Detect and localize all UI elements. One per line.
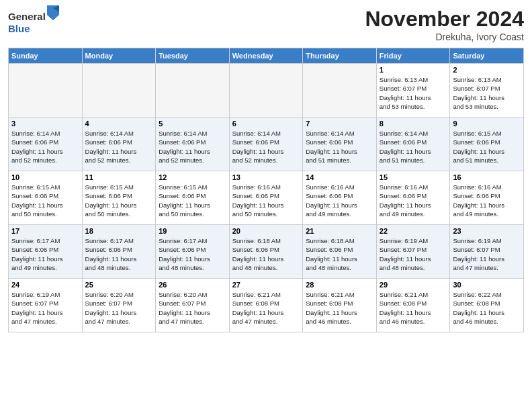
day-info: Sunrise: 6:15 AM Sunset: 6:06 PM Dayligh… bbox=[85, 183, 153, 218]
col-sunday: Sunday bbox=[9, 48, 83, 64]
calendar-day-cell: 5Sunrise: 6:14 AM Sunset: 6:06 PM Daylig… bbox=[156, 118, 230, 171]
day-number: 10 bbox=[11, 173, 79, 181]
col-thursday: Thursday bbox=[303, 48, 377, 64]
day-number: 27 bbox=[232, 281, 300, 289]
day-info: Sunrise: 6:14 AM Sunset: 6:06 PM Dayligh… bbox=[85, 129, 153, 165]
calendar-day-cell: 8Sunrise: 6:14 AM Sunset: 6:06 PM Daylig… bbox=[376, 118, 450, 171]
day-number: 4 bbox=[85, 120, 153, 128]
day-number: 23 bbox=[453, 227, 521, 235]
day-info: Sunrise: 6:14 AM Sunset: 6:06 PM Dayligh… bbox=[232, 129, 300, 165]
page-container: General Blue November 2024 Drekuha, Ivor… bbox=[0, 0, 532, 336]
day-number: 15 bbox=[380, 173, 447, 181]
header: General Blue November 2024 Drekuha, Ivor… bbox=[8, 7, 524, 42]
day-info: Sunrise: 6:14 AM Sunset: 6:06 PM Dayligh… bbox=[11, 129, 79, 165]
col-monday: Monday bbox=[82, 48, 156, 64]
logo-blue: Blue bbox=[8, 23, 30, 34]
day-info: Sunrise: 6:15 AM Sunset: 6:06 PM Dayligh… bbox=[11, 183, 79, 218]
day-number: 5 bbox=[159, 120, 226, 128]
calendar-day-cell bbox=[303, 64, 377, 118]
day-info: Sunrise: 6:19 AM Sunset: 6:07 PM Dayligh… bbox=[453, 236, 521, 272]
logo: General Blue bbox=[8, 7, 59, 35]
calendar-day-cell bbox=[156, 64, 230, 118]
day-number: 20 bbox=[232, 227, 300, 235]
day-info: Sunrise: 6:20 AM Sunset: 6:07 PM Dayligh… bbox=[159, 290, 226, 326]
day-info: Sunrise: 6:15 AM Sunset: 6:06 PM Dayligh… bbox=[453, 129, 521, 165]
calendar-day-cell: 24Sunrise: 6:19 AM Sunset: 6:07 PM Dayli… bbox=[9, 279, 83, 332]
day-info: Sunrise: 6:21 AM Sunset: 6:08 PM Dayligh… bbox=[380, 290, 447, 326]
day-info: Sunrise: 6:19 AM Sunset: 6:07 PM Dayligh… bbox=[11, 290, 79, 326]
logo-general: General bbox=[8, 11, 46, 22]
calendar-day-cell: 27Sunrise: 6:21 AM Sunset: 6:08 PM Dayli… bbox=[229, 279, 303, 332]
col-friday: Friday bbox=[376, 48, 450, 64]
calendar-week-row: 24Sunrise: 6:19 AM Sunset: 6:07 PM Dayli… bbox=[9, 279, 524, 332]
col-tuesday: Tuesday bbox=[156, 48, 230, 64]
calendar-day-cell: 23Sunrise: 6:19 AM Sunset: 6:07 PM Dayli… bbox=[450, 225, 524, 279]
calendar-week-row: 17Sunrise: 6:17 AM Sunset: 6:06 PM Dayli… bbox=[9, 225, 524, 279]
calendar-day-cell: 14Sunrise: 6:16 AM Sunset: 6:06 PM Dayli… bbox=[303, 171, 377, 225]
day-number: 21 bbox=[306, 227, 373, 235]
day-number: 2 bbox=[453, 66, 521, 74]
day-number: 22 bbox=[380, 227, 447, 235]
day-number: 11 bbox=[85, 173, 153, 181]
title-area: November 2024 Drekuha, Ivory Coast bbox=[365, 7, 524, 42]
day-number: 8 bbox=[380, 120, 447, 128]
logo-icon bbox=[47, 5, 59, 20]
day-info: Sunrise: 6:14 AM Sunset: 6:06 PM Dayligh… bbox=[306, 129, 373, 165]
day-number: 6 bbox=[232, 120, 300, 128]
day-number: 25 bbox=[85, 281, 153, 289]
day-number: 24 bbox=[11, 281, 79, 289]
calendar-day-cell: 4Sunrise: 6:14 AM Sunset: 6:06 PM Daylig… bbox=[82, 118, 156, 171]
day-info: Sunrise: 6:16 AM Sunset: 6:06 PM Dayligh… bbox=[306, 183, 373, 218]
calendar-day-cell: 7Sunrise: 6:14 AM Sunset: 6:06 PM Daylig… bbox=[303, 118, 377, 171]
day-info: Sunrise: 6:17 AM Sunset: 6:06 PM Dayligh… bbox=[85, 236, 153, 272]
calendar-day-cell: 18Sunrise: 6:17 AM Sunset: 6:06 PM Dayli… bbox=[82, 225, 156, 279]
day-number: 29 bbox=[380, 281, 447, 289]
calendar-day-cell: 9Sunrise: 6:15 AM Sunset: 6:06 PM Daylig… bbox=[450, 118, 524, 171]
day-number: 18 bbox=[85, 227, 153, 235]
calendar-day-cell: 20Sunrise: 6:18 AM Sunset: 6:06 PM Dayli… bbox=[229, 225, 303, 279]
calendar-week-row: 3Sunrise: 6:14 AM Sunset: 6:06 PM Daylig… bbox=[9, 118, 524, 171]
calendar-day-cell: 15Sunrise: 6:16 AM Sunset: 6:06 PM Dayli… bbox=[376, 171, 450, 225]
calendar-day-cell: 19Sunrise: 6:17 AM Sunset: 6:06 PM Dayli… bbox=[156, 225, 230, 279]
day-info: Sunrise: 6:18 AM Sunset: 6:06 PM Dayligh… bbox=[232, 236, 300, 272]
day-info: Sunrise: 6:19 AM Sunset: 6:07 PM Dayligh… bbox=[380, 236, 447, 272]
day-info: Sunrise: 6:16 AM Sunset: 6:06 PM Dayligh… bbox=[380, 183, 447, 218]
day-number: 16 bbox=[453, 173, 521, 181]
calendar-day-cell: 1Sunrise: 6:13 AM Sunset: 6:07 PM Daylig… bbox=[376, 64, 450, 118]
day-info: Sunrise: 6:13 AM Sunset: 6:07 PM Dayligh… bbox=[453, 75, 521, 111]
day-number: 9 bbox=[453, 120, 521, 128]
day-info: Sunrise: 6:18 AM Sunset: 6:06 PM Dayligh… bbox=[306, 236, 373, 272]
calendar-day-cell: 10Sunrise: 6:15 AM Sunset: 6:06 PM Dayli… bbox=[9, 171, 83, 225]
calendar-day-cell: 22Sunrise: 6:19 AM Sunset: 6:07 PM Dayli… bbox=[376, 225, 450, 279]
day-info: Sunrise: 6:17 AM Sunset: 6:06 PM Dayligh… bbox=[11, 236, 79, 272]
calendar-day-cell: 17Sunrise: 6:17 AM Sunset: 6:06 PM Dayli… bbox=[9, 225, 83, 279]
day-number: 14 bbox=[306, 173, 373, 181]
calendar-day-cell bbox=[9, 64, 83, 118]
day-info: Sunrise: 6:17 AM Sunset: 6:06 PM Dayligh… bbox=[159, 236, 226, 272]
calendar-day-cell: 13Sunrise: 6:16 AM Sunset: 6:06 PM Dayli… bbox=[229, 171, 303, 225]
day-number: 28 bbox=[306, 281, 373, 289]
calendar-day-cell: 21Sunrise: 6:18 AM Sunset: 6:06 PM Dayli… bbox=[303, 225, 377, 279]
day-number: 7 bbox=[306, 120, 373, 128]
calendar-header-row: Sunday Monday Tuesday Wednesday Thursday… bbox=[9, 48, 524, 64]
month-title: November 2024 bbox=[365, 7, 524, 32]
day-info: Sunrise: 6:14 AM Sunset: 6:06 PM Dayligh… bbox=[380, 129, 447, 165]
location: Drekuha, Ivory Coast bbox=[365, 32, 524, 42]
day-number: 12 bbox=[159, 173, 226, 181]
day-info: Sunrise: 6:21 AM Sunset: 6:08 PM Dayligh… bbox=[232, 290, 300, 326]
calendar-day-cell bbox=[82, 64, 156, 118]
calendar-day-cell: 3Sunrise: 6:14 AM Sunset: 6:06 PM Daylig… bbox=[9, 118, 83, 171]
calendar-day-cell: 16Sunrise: 6:16 AM Sunset: 6:06 PM Dayli… bbox=[450, 171, 524, 225]
calendar-table: Sunday Monday Tuesday Wednesday Thursday… bbox=[8, 48, 524, 332]
day-info: Sunrise: 6:15 AM Sunset: 6:06 PM Dayligh… bbox=[159, 183, 226, 218]
col-wednesday: Wednesday bbox=[229, 48, 303, 64]
day-info: Sunrise: 6:21 AM Sunset: 6:08 PM Dayligh… bbox=[306, 290, 373, 326]
calendar-day-cell: 11Sunrise: 6:15 AM Sunset: 6:06 PM Dayli… bbox=[82, 171, 156, 225]
day-number: 17 bbox=[11, 227, 79, 235]
calendar-week-row: 10Sunrise: 6:15 AM Sunset: 6:06 PM Dayli… bbox=[9, 171, 524, 225]
day-info: Sunrise: 6:13 AM Sunset: 6:07 PM Dayligh… bbox=[380, 75, 447, 111]
day-info: Sunrise: 6:14 AM Sunset: 6:06 PM Dayligh… bbox=[159, 129, 226, 165]
day-number: 19 bbox=[159, 227, 226, 235]
calendar-day-cell: 6Sunrise: 6:14 AM Sunset: 6:06 PM Daylig… bbox=[229, 118, 303, 171]
calendar-day-cell: 12Sunrise: 6:15 AM Sunset: 6:06 PM Dayli… bbox=[156, 171, 230, 225]
